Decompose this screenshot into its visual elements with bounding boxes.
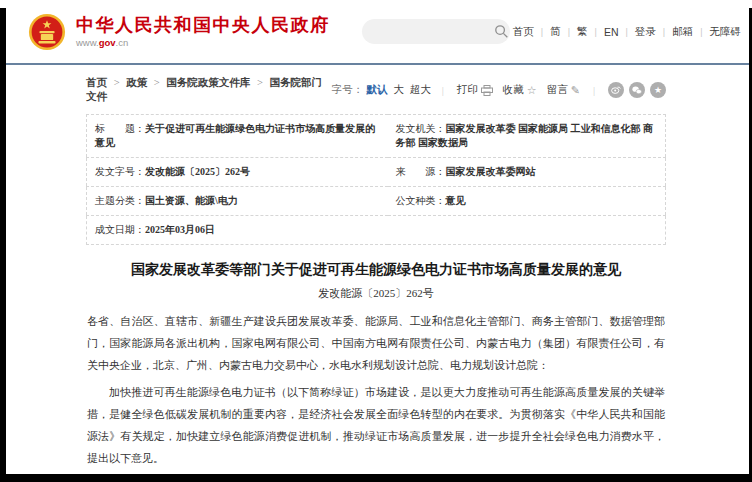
nav-separator: | [595,27,597,37]
meta-label-doc-type: 公文种类： [396,195,446,206]
page-toolbar: 字号： 默认 大 超大 | 打印 收藏 ☆ 留言 ✎ | [332,82,666,98]
document-number: 发改能源〔2025〕262号 [87,286,665,301]
printer-icon [481,85,493,96]
header-right: 首页 | 简 | 繁 | EN | 登录 | 邮箱 | 无障碍 [362,19,742,44]
toolbar-separator: | [593,85,595,96]
pen-icon: ✎ [571,84,580,97]
table-row: 标 题：关于促进可再生能源绿色电力证书市场高质量发展的意见 发文机关：国家发展改… [87,115,666,158]
screen-edge-left [0,8,6,482]
breadcrumb: 首页 > 政策 > 国务院政策文件库 > 国务院部门文件 [86,76,332,104]
site-header: 中华人民共和国中央人民政府 www.gov.cn 首页 | 简 | 繁 | EN… [0,0,752,63]
document-meta-table: 标 题：关于促进可再生能源绿色电力证书市场高质量发展的意见 发文机关：国家发展改… [86,114,666,245]
meta-label-category: 主题分类： [95,195,145,206]
nav-item-simplified[interactable]: 简 [549,25,562,39]
url-prefix: www. [76,37,99,48]
nav-separator: | [625,27,627,37]
national-emblem-icon [28,13,66,51]
font-size-label: 字号： [332,83,364,97]
search-icon[interactable] [494,24,509,39]
table-row: 成文日期：2025年03月06日 [87,216,666,245]
meta-label-issuer: 发文机关： [396,123,446,134]
share-star-glyph: ★ [654,86,662,95]
screen-edge-bottom [0,474,752,482]
breadcrumb-policy[interactable]: 政策 [126,77,147,88]
weibo-share-icon[interactable] [608,82,624,98]
site-title: 中华人民共和国中央人民政府 [76,15,330,35]
font-size-xlarge-button[interactable]: 超大 [410,83,431,97]
breadcrumb-separator: > [154,77,160,88]
table-row: 主题分类：国土资源、能源\电力 公文种类：意见 [87,187,666,216]
meta-value-date: 2025年03月06日 [145,224,215,235]
meta-value-source: 国家发展改革委网站 [446,166,536,177]
font-size-large-button[interactable]: 大 [393,83,404,97]
meta-label-date: 成文日期： [95,224,145,235]
top-nav: 首页 | 简 | 繁 | EN | 登录 | 邮箱 | 无障碍 [512,25,742,39]
gov-cn-page: 中华人民共和国中央人民政府 www.gov.cn 首页 | 简 | 繁 | EN… [0,0,752,482]
print-label: 打印 [457,83,478,97]
nav-item-accessibility[interactable]: 无障碍 [709,25,743,39]
comment-label: 留言 [547,83,568,97]
nav-separator: | [663,27,665,37]
wechat-share-icon[interactable] [629,82,645,98]
toolbar-separator: | [442,85,444,96]
comment-button[interactable]: 留言 ✎ [547,83,580,97]
meta-value-doc-number: 发改能源〔2025〕262号 [145,166,250,177]
nav-separator: | [541,27,543,37]
document-paragraph-intro: 加快推进可再生能源绿色电力证书（以下简称绿证）市场建设，是以更大力度推动可再生能… [87,381,665,469]
document-title: 国家发展改革委等部门关于促进可再生能源绿色电力证书市场高质量发展的意见 [87,260,665,280]
breadcrumb-home[interactable]: 首页 [86,77,107,88]
table-row: 发文字号：发改能源〔2025〕262号 来 源：国家发展改革委网站 [87,158,666,187]
breadcrumb-toolbar-row: 首页 > 政策 > 国务院政策文件库 > 国务院部门文件 字号： 默认 大 超大… [86,65,666,104]
favorite-label: 收藏 [503,83,524,97]
meta-label-source: 来 源： [396,166,446,177]
breadcrumb-separator: > [257,77,263,88]
url-suffix: .cn [116,37,129,48]
breadcrumb-policy-library[interactable]: 国务院政策文件库 [166,77,250,88]
nav-separator: | [700,27,702,37]
nav-item-mail[interactable]: 邮箱 [671,25,694,39]
nav-item-login[interactable]: 登录 [634,25,657,39]
star-icon: ☆ [527,84,537,97]
document-body: 国家发展改革委等部门关于促进可再生能源绿色电力证书市场高质量发展的意见 发改能源… [87,260,665,482]
document-paragraph-recipients: 各省、自治区、直辖市、新疆生产建设兵团发展改革委、能源局、工业和信息化主管部门、… [87,310,665,376]
font-size-default-button[interactable]: 默认 [366,83,387,97]
nav-item-english[interactable]: EN [603,26,620,38]
meta-value-category: 国土资源、能源\电力 [145,195,238,206]
search-input[interactable] [362,19,510,44]
site-brand: 中华人民共和国中央人民政府 www.gov.cn [76,15,330,48]
nav-separator: | [568,27,570,37]
url-domain: gov [99,37,116,48]
star-share-icon[interactable]: ★ [650,82,666,98]
nav-item-traditional[interactable]: 繁 [576,25,589,39]
favorite-button[interactable]: 收藏 ☆ [503,83,537,97]
nav-item-home[interactable]: 首页 [512,25,535,39]
share-buttons: ★ [603,82,666,98]
breadcrumb-separator: > [114,77,120,88]
print-button[interactable]: 打印 [457,83,493,97]
site-url: www.gov.cn [76,37,330,48]
meta-value-doc-type: 意见 [446,195,466,206]
meta-label-title: 标 题： [95,123,145,134]
meta-label-doc-number: 发文字号： [95,166,145,177]
